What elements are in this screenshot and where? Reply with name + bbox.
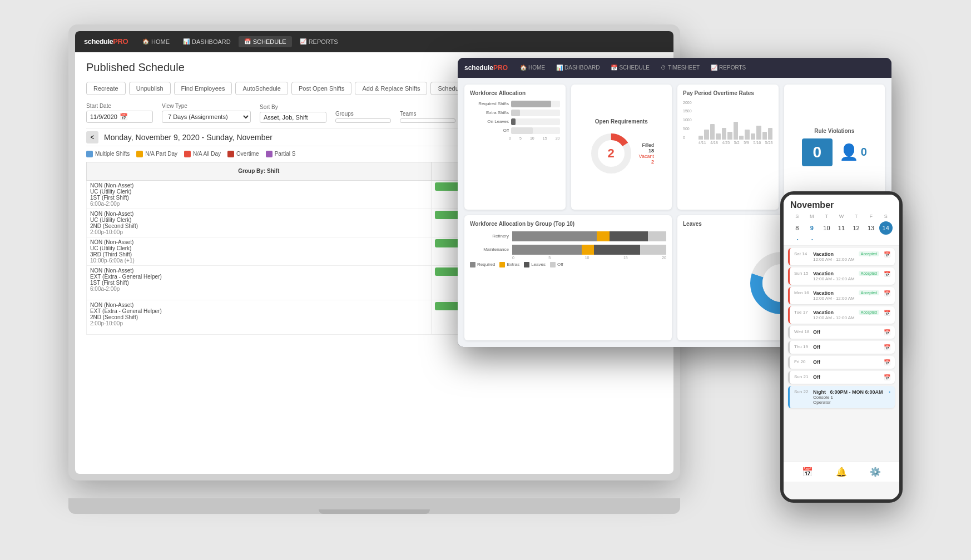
dashboard-nav: schedulePRO 🏠 HOME 📊 DASHBOARD 📅 SCHEDUL… — [458, 58, 891, 78]
mobile-date-12[interactable]: 12 — [850, 221, 863, 235]
mobile-date-9[interactable]: 9 — [805, 221, 819, 235]
schedule-icon: 📅 — [611, 65, 617, 71]
mobile-date-8[interactable]: 8 — [790, 221, 804, 235]
bell-footer-icon[interactable]: 🔔 — [836, 467, 847, 477]
wfg-segment — [597, 231, 609, 241]
laptop-brand: schedulePRO — [84, 37, 128, 46]
mobile-dates[interactable]: 8 9 10 11 12 13 14 — [790, 221, 893, 235]
wf-leaves-bar — [511, 118, 516, 125]
wfg-refinery-row: Refinery — [470, 231, 666, 241]
event-badge: Accepted — [859, 310, 879, 315]
dash-nav-reports[interactable]: 📈 REPORTS — [706, 63, 750, 72]
person-icon: 👤 — [839, 143, 859, 161]
event-info: Vacation 12:00 AM - 12:00 AM — [813, 310, 855, 320]
donut-center: 2 — [607, 147, 614, 160]
schedule-icon: 📅 — [244, 38, 251, 44]
mobile-date-14-today[interactable]: 14 — [879, 221, 893, 235]
event-info: Vacation 12:00 AM - 12:00 AM — [813, 290, 855, 301]
mobile-date-11[interactable]: 11 — [835, 221, 848, 235]
find-employees-button[interactable]: Find Employees — [174, 82, 232, 95]
sort-by-input[interactable]: Asset, Job, Shift — [260, 112, 326, 123]
mobile-event-tue17[interactable]: Tue 17 Vacation 12:00 AM - 12:00 AM Acce… — [788, 306, 895, 324]
teams-input[interactable] — [400, 118, 455, 123]
mobile-event-sat14[interactable]: Sat 14 Vacation 12:00 AM - 12:00 AM Acce… — [788, 248, 895, 265]
unpublish-button[interactable]: Unpublish — [129, 82, 171, 95]
legend-partial: Partial S — [266, 151, 296, 157]
mobile-date-10[interactable]: 10 — [820, 221, 833, 235]
event-time: 12:00 AM - 12:00 AM — [813, 276, 855, 281]
laptop-nav-reports[interactable]: 📈 REPORTS — [294, 36, 344, 47]
dash-nav-home[interactable]: 🏠 HOME — [516, 63, 549, 72]
calendar-icon: 📅 — [884, 310, 890, 316]
event-info: Vacation 12:00 AM - 12:00 AM — [813, 271, 855, 281]
event-info: Off — [813, 359, 879, 365]
wf-required-bar-container — [511, 101, 560, 107]
wf-leaves-row: On Leaves — [470, 118, 560, 125]
laptop-nav: schedulePRO 🏠 HOME 📊 DASHBOARD 📅 SCHEDUL… — [75, 31, 673, 52]
event-badge: Accepted — [859, 290, 879, 295]
ot-bar — [710, 124, 715, 140]
add-replace-shifts-button[interactable]: Add & Replace Shifts — [355, 82, 427, 95]
open-req-content: 2 Filled 18 Vacant 2 — [589, 131, 654, 176]
wf-required-bar — [511, 101, 551, 107]
laptop-nav-dashboard[interactable]: 📊 DASHBOARD — [177, 36, 236, 47]
ot-bar — [727, 132, 732, 140]
mobile-event-wed18[interactable]: Wed 18 Off 📅 — [788, 326, 895, 339]
ot-bar — [762, 132, 767, 140]
req-vacant: Vacant 2 — [639, 153, 654, 165]
mobile-header: November S M T W T F S 8 9 10 11 12 13 — [784, 195, 899, 246]
prev-date-button[interactable]: < — [86, 131, 98, 143]
dash-nav-schedule[interactable]: 📅 SCHEDULE — [606, 63, 653, 72]
overtime-dot — [227, 151, 234, 157]
event-day: Thu 19 — [794, 344, 810, 349]
calendar-footer-icon[interactable]: 📅 — [802, 467, 813, 477]
laptop-nav-home[interactable]: 🏠 HOME — [137, 36, 175, 47]
event-title: Off — [813, 359, 879, 365]
dashboard-brand-pro: PRO — [493, 64, 508, 72]
mobile-event-fri20[interactable]: Fri 20 Off 📅 — [788, 356, 895, 369]
mobile-event-sun15[interactable]: Sun 15 Vacation 12:00 AM - 12:00 AM Acce… — [788, 267, 895, 285]
event-time: 12:00 AM - 12:00 AM — [813, 296, 855, 301]
event-info: Off — [813, 329, 879, 335]
mobile-device: November S M T W T F S 8 9 10 11 12 13 — [780, 191, 903, 503]
event-title: Vacation — [813, 310, 855, 315]
groups-label: Groups — [335, 111, 391, 117]
open-requirements-title: Open Requirements — [595, 118, 648, 125]
wfg-legend-leaves: Leaves — [524, 262, 546, 267]
multiple-shifts-dot — [86, 151, 93, 157]
laptop-nav-schedule[interactable]: 📅 SCHEDULE — [239, 36, 292, 47]
required-dot — [470, 262, 475, 267]
event-title: Off — [813, 344, 879, 350]
start-date-input[interactable]: 11/9/2020 📅 — [86, 111, 153, 123]
dash-nav-dashboard[interactable]: 📊 DASHBOARD — [552, 63, 604, 72]
wf-off-row: Off — [470, 127, 560, 134]
recreate-button[interactable]: Recreate — [86, 82, 126, 95]
rule-violations-card: Rule Violations 0 👤 0 — [784, 85, 885, 210]
wfg-segment — [512, 231, 597, 241]
dash-nav-timesheet[interactable]: ⏱ TIMESHEET — [656, 63, 704, 72]
legend-na-all-day: N/A All Day — [184, 151, 221, 157]
wf-leaves-bar-container — [511, 118, 560, 125]
mobile-event-sun22[interactable]: Sun 22 Night 6:00PM - MON 6:00AM Console… — [788, 386, 895, 408]
groups-input[interactable] — [335, 118, 391, 123]
event-title: Vacation — [813, 290, 855, 296]
event-day: Fri 20 — [794, 359, 810, 364]
event-title: Night 6:00PM - MON 6:00AM — [813, 389, 885, 395]
date-range: Monday, November 9, 2020 - Sunday, Novem… — [104, 133, 273, 142]
mobile-event-sun21[interactable]: Sun 21 Off 📅 — [788, 371, 895, 384]
mobile-date-13[interactable]: 13 — [864, 221, 878, 235]
view-type-select[interactable]: 7 Days (Assignments) — [162, 111, 251, 123]
ot-bars — [698, 101, 773, 140]
mobile-event-thu19[interactable]: Thu 19 Off 📅 — [788, 341, 895, 354]
event-day: Tue 17 — [794, 310, 810, 315]
event-info: Off — [813, 374, 879, 380]
calendar-icon: 📅 — [884, 329, 890, 335]
wfg-legend-off: Off — [550, 262, 563, 267]
settings-footer-icon[interactable]: ⚙️ — [870, 467, 881, 477]
mobile-event-mon16[interactable]: Mon 16 Vacation 12:00 AM - 12:00 AM Acce… — [788, 287, 895, 304]
violation-person-count: 👤 0 — [839, 143, 867, 161]
event-day: Sun 22 — [794, 389, 810, 394]
ot-bar — [698, 136, 703, 140]
autoschedule-button[interactable]: AutoSchedule — [235, 82, 288, 95]
post-open-shifts-button[interactable]: Post Open Shifts — [291, 82, 352, 95]
